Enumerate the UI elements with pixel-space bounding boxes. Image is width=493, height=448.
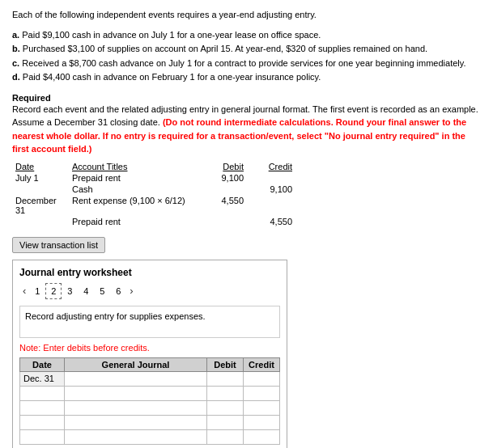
required-section: Required Record each event and the relat… (12, 93, 481, 156)
view-transaction-button[interactable]: View transaction list (12, 237, 105, 253)
debit-input-2[interactable] (210, 388, 240, 398)
page-4[interactable]: 4 (78, 283, 94, 299)
table-row (20, 386, 280, 400)
event-c: c. Received a $8,700 cash advance on Jul… (12, 57, 481, 71)
credit-input-4[interactable] (247, 417, 276, 427)
credit-cell-3[interactable] (244, 400, 280, 415)
date-cell-4[interactable] (20, 415, 65, 429)
events-list: a. Paid $9,100 cash in advance on July 1… (12, 28, 481, 85)
col-header-credit: Credit (244, 357, 280, 371)
credit-input-3[interactable] (247, 403, 276, 412)
note-text: Note: Enter debits before credits. (19, 343, 280, 353)
page-6[interactable]: 6 (110, 283, 126, 299)
col-header-general: General Journal (65, 357, 207, 371)
debit-input-5[interactable] (210, 432, 240, 442)
page-3[interactable]: 3 (62, 283, 78, 299)
table-row (20, 400, 280, 415)
debit-cell-4[interactable] (207, 415, 244, 429)
general-cell-2[interactable] (65, 386, 207, 400)
credit-cell-1[interactable] (244, 371, 280, 386)
general-cell-4[interactable] (65, 415, 207, 429)
general-cell-3[interactable] (65, 400, 207, 415)
prev-arrow[interactable]: ‹ (19, 285, 29, 297)
general-input-3[interactable] (68, 403, 203, 412)
credit-input-1[interactable] (247, 374, 276, 383)
event-b: b. Purchased $3,100 of supplies on accou… (12, 42, 481, 57)
date-cell-1: Dec. 31 (20, 371, 65, 386)
general-cell-1[interactable] (65, 371, 207, 386)
table-row: Dec. 31 (20, 371, 280, 386)
credit-input-5[interactable] (247, 432, 276, 442)
next-arrow[interactable]: › (126, 285, 136, 297)
credit-input-2[interactable] (247, 388, 276, 398)
table-row (20, 415, 280, 429)
date-cell-3[interactable] (20, 400, 65, 415)
page-1[interactable]: 1 (29, 283, 45, 299)
debit-cell-2[interactable] (207, 386, 244, 400)
page-5[interactable]: 5 (94, 283, 110, 299)
page-numbers: 1 2 3 4 5 6 (29, 283, 126, 299)
debit-input-4[interactable] (210, 417, 240, 427)
debit-input-1[interactable] (210, 374, 240, 383)
journal-table: Date General Journal Debit Credit Dec. 3… (19, 357, 280, 445)
event-a: a. Paid $9,100 cash in advance on July 1… (12, 28, 481, 43)
date-cell-5[interactable] (20, 429, 65, 444)
debit-cell-1[interactable] (207, 371, 244, 386)
instructions: Record each event and the related adjust… (12, 103, 481, 156)
credit-cell-2[interactable] (244, 386, 280, 400)
worksheet-title: Journal entry worksheet (19, 267, 280, 278)
credit-cell-4[interactable] (244, 415, 280, 429)
credit-cell-5[interactable] (244, 429, 280, 444)
worksheet-panel: Journal entry worksheet ‹ 1 2 3 4 5 6 › … (12, 260, 287, 448)
page-2[interactable]: 2 (45, 283, 62, 299)
debit-cell-3[interactable] (207, 400, 244, 415)
col-header-date: Date (20, 357, 65, 371)
general-input-1[interactable] (68, 374, 203, 383)
table-row (20, 429, 280, 444)
date-input-2[interactable] (23, 388, 61, 398)
date-input-5[interactable] (23, 432, 61, 442)
event-d: d. Paid $4,400 cash in advance on Februa… (12, 70, 481, 85)
general-input-5[interactable] (68, 432, 203, 442)
required-label: Required (12, 93, 51, 103)
col-header-debit: Debit (207, 357, 244, 371)
general-input-4[interactable] (68, 417, 203, 427)
general-cell-5[interactable] (65, 429, 207, 444)
date-input-4[interactable] (23, 417, 61, 427)
debit-input-3[interactable] (210, 403, 240, 412)
journal-example: Date Account Titles Debit Credit July 1 … (12, 161, 481, 227)
general-input-2[interactable] (68, 388, 203, 398)
pagination: ‹ 1 2 3 4 5 6 › (19, 283, 280, 299)
description-box: Record adjusting entry for supplies expe… (19, 306, 280, 338)
date-cell-2[interactable] (20, 386, 65, 400)
intro-text: Each of the following independent events… (12, 8, 481, 22)
debit-cell-5[interactable] (207, 429, 244, 444)
date-input-3[interactable] (23, 403, 61, 412)
